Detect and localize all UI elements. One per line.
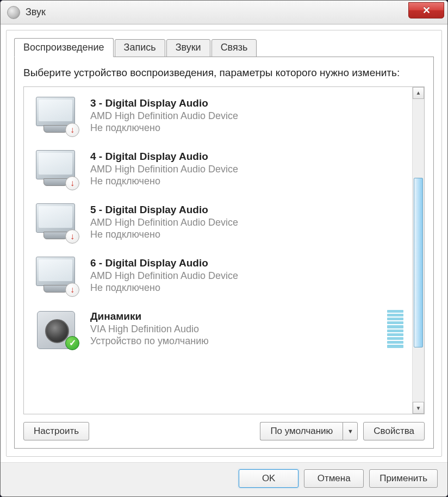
tab-communications[interactable]: Связь xyxy=(211,39,257,57)
device-name: 5 - Digital Display Audio xyxy=(90,204,407,216)
level-meter xyxy=(387,310,403,348)
device-item[interactable]: ↓3 - Digital Display AudioAMD High Defin… xyxy=(24,89,412,142)
check-icon: ✓ xyxy=(65,336,79,350)
sound-icon xyxy=(7,6,20,19)
down-arrow-icon: ↓ xyxy=(65,176,79,190)
device-description: VIA High Definition Audio xyxy=(90,324,382,335)
monitor-icon: ↓ xyxy=(32,253,80,298)
device-name: Динамики xyxy=(90,310,382,322)
scroll-track[interactable] xyxy=(413,99,424,402)
properties-button[interactable]: Свойства xyxy=(363,422,425,440)
set-default-split-button: По умолчанию ▼ xyxy=(260,422,358,440)
close-button[interactable]: ✕ xyxy=(408,2,444,18)
scroll-thumb[interactable] xyxy=(414,178,423,347)
tab-sounds[interactable]: Звуки xyxy=(166,39,210,57)
device-description: AMD High Definition Audio Device xyxy=(90,270,407,282)
device-item[interactable]: ✓ДинамикиVIA High Definition AudioУстрой… xyxy=(24,302,412,356)
device-buttons-row: Настроить По умолчанию ▼ Свойства xyxy=(23,422,425,440)
tab-strip: Воспроизведение Запись Звуки Связь xyxy=(14,38,434,57)
sound-dialog: Звук ✕ Воспроизведение Запись Звуки Связ… xyxy=(0,0,448,497)
ok-button[interactable]: OK xyxy=(239,469,298,488)
device-item[interactable]: ↓5 - Digital Display AudioAMD High Defin… xyxy=(24,196,412,249)
device-status: Не подключено xyxy=(90,229,407,240)
device-status: Не подключено xyxy=(90,176,407,187)
scrollbar[interactable]: ▲ ▼ xyxy=(412,87,424,414)
apply-button[interactable]: Применить xyxy=(369,469,438,488)
device-status: Не подключено xyxy=(90,282,407,294)
monitor-icon: ↓ xyxy=(32,94,80,138)
dialog-content: Воспроизведение Запись Звуки Связь Выбер… xyxy=(6,30,442,457)
dialog-footer: OK Отмена Применить xyxy=(1,462,447,496)
device-item[interactable]: ↓6 - Digital Display AudioAMD High Defin… xyxy=(24,249,412,302)
tab-recording[interactable]: Запись xyxy=(115,39,165,57)
device-status: Устройство по умолчанию xyxy=(90,336,382,347)
device-item[interactable]: ↓4 - Digital Display AudioAMD High Defin… xyxy=(24,142,412,196)
device-name: 3 - Digital Display Audio xyxy=(90,97,407,109)
speaker-icon: ✓ xyxy=(32,307,80,351)
down-arrow-icon: ↓ xyxy=(65,283,79,297)
tab-playback[interactable]: Воспроизведение xyxy=(14,38,114,57)
set-default-button[interactable]: По умолчанию xyxy=(260,422,343,440)
down-arrow-icon: ↓ xyxy=(65,123,79,137)
device-name: 4 - Digital Display Audio xyxy=(90,151,407,163)
scroll-down-button[interactable]: ▼ xyxy=(413,402,424,414)
window-title: Звук xyxy=(26,7,408,18)
tab-panel-playback: Выберите устройство воспроизведения, пар… xyxy=(14,57,434,449)
device-list[interactable]: ↓3 - Digital Display AudioAMD High Defin… xyxy=(24,87,412,414)
down-arrow-icon: ↓ xyxy=(65,229,79,244)
device-description: AMD High Definition Audio Device xyxy=(90,110,407,122)
configure-button[interactable]: Настроить xyxy=(23,422,89,440)
cancel-button[interactable]: Отмена xyxy=(304,469,364,488)
scroll-up-button[interactable]: ▲ xyxy=(413,87,424,99)
instruction-text: Выберите устройство воспроизведения, пар… xyxy=(23,66,425,80)
monitor-icon: ↓ xyxy=(32,147,80,191)
device-status: Не подключено xyxy=(90,122,407,134)
device-description: AMD High Definition Audio Device xyxy=(90,164,407,175)
titlebar[interactable]: Звук ✕ xyxy=(1,1,447,24)
device-name: 6 - Digital Display Audio xyxy=(90,257,407,269)
monitor-icon: ↓ xyxy=(32,200,80,245)
set-default-dropdown[interactable]: ▼ xyxy=(343,422,358,440)
device-list-container: ↓3 - Digital Display AudioAMD High Defin… xyxy=(23,86,425,414)
device-description: AMD High Definition Audio Device xyxy=(90,217,407,228)
